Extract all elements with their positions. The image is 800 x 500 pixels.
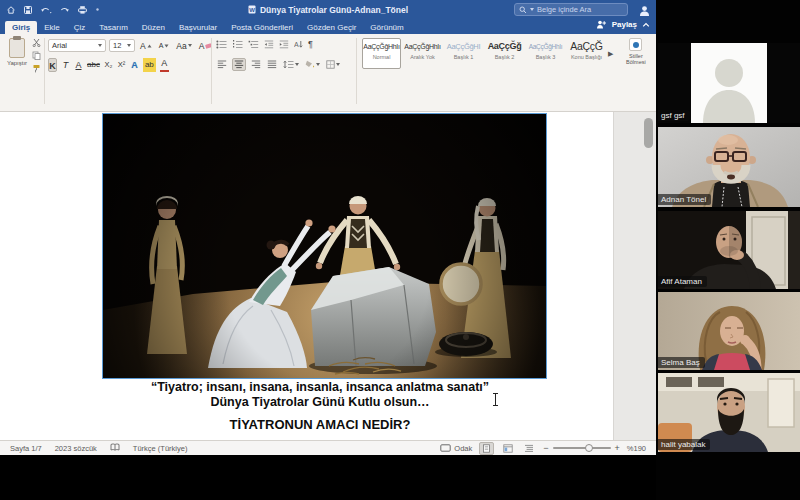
search-icon (519, 6, 527, 14)
tab-ciz[interactable]: Çiz (67, 21, 93, 34)
line-spacing-icon[interactable] (282, 59, 300, 70)
document-canvas[interactable]: “Tiyatro; insanı, insana, insanla, insan… (0, 112, 656, 440)
align-center-icon[interactable] (232, 58, 246, 71)
underline-button[interactable]: A (74, 58, 83, 72)
zoom-out-icon[interactable]: − (543, 443, 548, 453)
web-layout-view-button[interactable] (501, 443, 515, 454)
tab-basvurular[interactable]: Başvurular (172, 21, 224, 34)
word-count[interactable]: 2023 sözcük (55, 444, 97, 453)
quote-line-2: Dünya Tiyatrolar Günü Kutlu olsun… (0, 395, 640, 410)
borders-icon[interactable] (325, 59, 341, 70)
decrease-indent-icon[interactable] (264, 40, 274, 49)
align-right-icon[interactable] (250, 59, 262, 70)
chevron-down-icon (316, 63, 320, 66)
sort-icon[interactable]: A (294, 40, 303, 49)
paste-button[interactable]: Yapıştır (4, 38, 30, 66)
redo-icon[interactable] (59, 5, 70, 15)
styles-pane-icon (629, 38, 642, 51)
print-icon[interactable] (77, 5, 88, 15)
participant-tile-adnan[interactable]: Adnan Tönel (658, 127, 800, 207)
bold-button[interactable]: K (48, 58, 57, 72)
font-name-select[interactable]: Arial (48, 39, 106, 52)
text-highlight-button[interactable]: ab (143, 58, 156, 72)
font-size-value: 12 (113, 41, 121, 50)
zoom-slider[interactable]: − + (543, 443, 620, 453)
italic-button[interactable]: T (61, 58, 70, 72)
language-indicator[interactable]: Türkçe (Türkiye) (133, 444, 188, 453)
outline-view-button[interactable] (522, 443, 536, 454)
gallery-more-icon[interactable]: ▶ (608, 50, 613, 58)
participant-tile-gsf[interactable]: gsf gsf (658, 43, 800, 123)
tab-giris[interactable]: Giriş (5, 21, 37, 34)
show-paragraph-marks-icon[interactable]: ¶ (308, 39, 313, 49)
font-size-select[interactable]: 12 (109, 39, 135, 52)
proofing-icon[interactable] (110, 443, 120, 454)
shading-icon[interactable] (304, 59, 321, 70)
tab-ekle[interactable]: Ekle (37, 21, 67, 34)
bullets-icon[interactable] (216, 40, 227, 49)
format-painter-icon[interactable] (32, 64, 41, 73)
status-bar: Sayfa 1/7 2023 sözcük Türkçe (Türkiye) O… (0, 440, 656, 455)
strikethrough-button[interactable]: abc (87, 58, 100, 72)
style-baslik-3[interactable]: AaÇçĞğHhIı Başlık 3 (526, 38, 565, 69)
page-indicator[interactable]: Sayfa 1/7 (10, 444, 42, 453)
participant-tile-afif[interactable]: Afif Ataman (658, 211, 800, 289)
focus-mode-button[interactable]: Odak (440, 444, 472, 453)
paste-label: Yapıştır (4, 60, 30, 66)
document-image-theater-scene[interactable] (102, 113, 547, 379)
copy-icon[interactable] (32, 51, 41, 60)
grow-font-button[interactable]: A (138, 39, 154, 52)
home-icon[interactable] (6, 5, 16, 15)
tab-posta-gonderileri[interactable]: Posta Gönderileri (224, 21, 300, 34)
zoom-percentage[interactable]: %190 (627, 444, 646, 453)
participant-tile-halit[interactable]: halit yabalak (658, 373, 800, 452)
chevron-down-icon (127, 44, 131, 47)
styles-pane-button[interactable]: Stiller Bölmesi (619, 38, 652, 65)
shrink-font-button[interactable]: A (157, 39, 172, 52)
style-konu-basligi[interactable]: AaÇçĞ Konu Başlığı (567, 38, 606, 69)
title-bar: W Dünya Tiyatrolar Günü-Adnan_Tönel Belg… (0, 0, 656, 19)
subscript-button[interactable]: X₂ (104, 58, 113, 72)
save-icon[interactable] (23, 5, 33, 15)
style-baslik-2[interactable]: AaÇçĞğ Başlık 2 (485, 38, 524, 69)
window-title: Dünya Tiyatrolar Günü-Adnan_Tönel (260, 5, 408, 15)
share-button[interactable]: Paylaş (612, 20, 637, 29)
search-scope-caret-icon (530, 8, 534, 11)
multilevel-list-icon[interactable] (248, 40, 259, 49)
text-effects-button[interactable]: A (130, 58, 139, 72)
tab-tasarim[interactable]: Tasarım (92, 21, 134, 34)
cut-icon[interactable] (32, 38, 41, 47)
document-title-group: W Dünya Tiyatrolar Günü-Adnan_Tönel (248, 5, 408, 15)
zoom-slider-thumb[interactable] (585, 444, 593, 452)
svg-text:A: A (294, 41, 299, 48)
style-aralik-yok[interactable]: AaÇçĞğHhIı Aralık Yok (403, 38, 442, 69)
change-case-button[interactable]: Aa (174, 39, 193, 52)
style-gallery: AaÇçĞğHhIı Normal AaÇçĞğHhIı Aralık Yok … (362, 38, 652, 69)
tab-gozden-gecir[interactable]: Gözden Geçir (300, 21, 363, 34)
zoom-in-icon[interactable]: + (615, 443, 620, 453)
up-arrow-icon (147, 44, 152, 48)
participant-name: Afif Ataman (658, 276, 707, 287)
justify-icon[interactable] (266, 59, 278, 70)
tab-gorunum[interactable]: Görünüm (363, 21, 410, 34)
quote-line-1: “Tiyatro; insanı, insana, insanla, insan… (0, 380, 640, 395)
align-left-icon[interactable] (216, 59, 228, 70)
search-input[interactable]: Belge içinde Ara (514, 3, 628, 16)
superscript-button[interactable]: X² (117, 58, 126, 72)
numbering-icon[interactable] (232, 40, 243, 49)
print-layout-view-button[interactable] (479, 442, 494, 455)
font-color-button[interactable]: A (160, 58, 169, 72)
increase-indent-icon[interactable] (279, 40, 289, 49)
tab-duzen[interactable]: Düzen (135, 21, 172, 34)
page-margin-strip (613, 112, 656, 440)
participant-name: Selma Baş (658, 357, 705, 368)
participant-tile-selma[interactable]: Selma Baş (658, 292, 800, 370)
ribbon: Yapıştır Arial 12 A A Aa A (0, 34, 656, 112)
qat-more-icon[interactable] (95, 7, 100, 12)
document-icon: W (248, 5, 256, 14)
vertical-scrollbar[interactable] (644, 118, 653, 148)
style-normal[interactable]: AaÇçĞğHhIı Normal (362, 38, 401, 69)
undo-icon[interactable] (40, 5, 52, 15)
style-baslik-1[interactable]: AaÇçĞğHI Başlık 1 (444, 38, 483, 69)
collapse-ribbon-icon[interactable] (642, 22, 650, 28)
